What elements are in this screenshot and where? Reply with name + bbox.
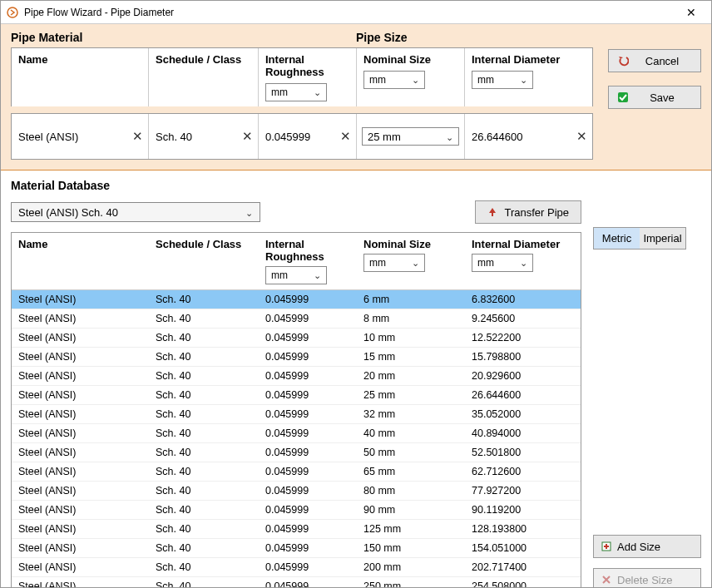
row-name: Steel (ANSI) xyxy=(12,313,149,324)
app-icon xyxy=(6,6,19,19)
material-database-panel: Material Database Steel (ANSI) Sch. 40 T… xyxy=(1,170,711,587)
roughness-unit-select[interactable]: mm xyxy=(265,83,327,101)
metric-toggle[interactable]: Metric xyxy=(594,228,640,249)
table-row[interactable]: Steel (ANSI)Sch. 400.04599915 mm15.79880… xyxy=(12,348,581,367)
table-row[interactable]: Steel (ANSI)Sch. 400.045999150 mm154.051… xyxy=(12,539,581,558)
material-combo[interactable]: Steel (ANSI) Sch. 40 xyxy=(11,202,260,222)
table-row[interactable]: Steel (ANSI)Sch. 400.045999200 mm202.717… xyxy=(12,558,581,577)
undo-icon xyxy=(616,55,630,67)
save-button[interactable]: Save xyxy=(608,86,701,109)
delete-size-button[interactable]: Delete Size xyxy=(593,568,701,587)
table-row[interactable]: Steel (ANSI)Sch. 400.04599910 mm12.52220… xyxy=(12,329,581,348)
row-roughness: 0.045999 xyxy=(259,294,357,305)
row-name: Steel (ANSI) xyxy=(12,427,149,439)
row-nominal: 10 mm xyxy=(357,332,465,343)
row-roughness: 0.045999 xyxy=(259,427,357,439)
row-roughness: 0.045999 xyxy=(259,504,357,516)
transfer-pipe-button[interactable]: Transfer Pipe xyxy=(475,200,581,224)
row-diameter: 26.644600 xyxy=(465,389,581,401)
row-diameter: 62.712600 xyxy=(465,466,581,477)
diameter-unit-select[interactable]: mm xyxy=(472,71,533,89)
check-icon xyxy=(616,91,630,103)
titlebar: Pipe Flow Wizard - Pipe Diameter ✕ xyxy=(1,1,711,24)
row-name: Steel (ANSI) xyxy=(12,408,149,420)
imperial-toggle[interactable]: Imperial xyxy=(640,228,685,249)
row-nominal: 65 mm xyxy=(357,466,465,477)
table-row[interactable]: Steel (ANSI)Sch. 400.04599940 mm40.89400… xyxy=(12,424,581,443)
row-nominal: 80 mm xyxy=(357,485,465,497)
col-name-label: Name xyxy=(18,53,141,67)
row-roughness: 0.045999 xyxy=(259,542,357,554)
body: Pipe Material Pipe Size Name Schedule / … xyxy=(1,24,711,587)
db-col-roughness: Internal Roughness xyxy=(265,238,350,263)
clear-name-icon[interactable]: ✕ xyxy=(132,129,143,144)
row-schedule: Sch. 40 xyxy=(149,542,259,554)
row-schedule: Sch. 40 xyxy=(149,466,259,477)
diameter-field[interactable]: 26.644600 xyxy=(472,131,522,143)
row-roughness: 0.045999 xyxy=(259,466,357,477)
row-schedule: Sch. 40 xyxy=(149,332,259,343)
col-schedule-label: Schedule / Class xyxy=(156,53,251,67)
cancel-button[interactable]: Cancel xyxy=(608,49,701,72)
row-roughness: 0.045999 xyxy=(259,389,357,401)
database-table-header: Name Schedule / Class Internal Roughness… xyxy=(12,233,581,290)
row-name: Steel (ANSI) xyxy=(12,447,149,458)
table-row[interactable]: Steel (ANSI)Sch. 400.04599990 mm90.11920… xyxy=(12,501,581,520)
row-name: Steel (ANSI) xyxy=(12,561,149,573)
database-table-body[interactable]: Steel (ANSI)Sch. 400.0459996 mm6.832600S… xyxy=(12,290,581,587)
table-row[interactable]: Steel (ANSI)Sch. 400.045999250 mm254.508… xyxy=(12,577,581,587)
clear-schedule-icon[interactable]: ✕ xyxy=(242,129,253,144)
unit-toggle-group: Metric Imperial xyxy=(593,227,686,250)
table-row[interactable]: Steel (ANSI)Sch. 400.045999125 mm128.193… xyxy=(12,520,581,539)
table-row[interactable]: Steel (ANSI)Sch. 400.04599965 mm62.71260… xyxy=(12,462,581,482)
row-nominal: 20 mm xyxy=(357,370,465,382)
row-nominal: 125 mm xyxy=(357,523,465,535)
material-database-title: Material Database xyxy=(11,179,581,192)
row-nominal: 15 mm xyxy=(357,351,465,363)
row-schedule: Sch. 40 xyxy=(149,523,259,535)
clear-diameter-icon[interactable]: ✕ xyxy=(576,129,587,144)
table-row[interactable]: Steel (ANSI)Sch. 400.0459996 mm6.832600 xyxy=(12,290,581,309)
row-schedule: Sch. 40 xyxy=(149,561,259,573)
clear-roughness-icon[interactable]: ✕ xyxy=(340,129,351,144)
row-schedule: Sch. 40 xyxy=(149,351,259,363)
table-row[interactable]: Steel (ANSI)Sch. 400.0459998 mm9.245600 xyxy=(12,309,581,329)
db-roughness-unit-select[interactable]: mm xyxy=(265,266,327,284)
row-diameter: 6.832600 xyxy=(465,294,581,305)
row-name: Steel (ANSI) xyxy=(12,332,149,343)
row-name: Steel (ANSI) xyxy=(12,504,149,516)
row-diameter: 254.508000 xyxy=(465,581,581,587)
db-diameter-unit-select[interactable]: mm xyxy=(472,254,533,272)
schedule-field[interactable]: Sch. 40 xyxy=(156,131,192,143)
close-button[interactable]: ✕ xyxy=(676,6,706,19)
row-schedule: Sch. 40 xyxy=(149,389,259,401)
db-nominal-unit-select[interactable]: mm xyxy=(363,254,425,272)
table-row[interactable]: Steel (ANSI)Sch. 400.04599932 mm35.05200… xyxy=(12,405,581,424)
add-size-button[interactable]: Add Size xyxy=(593,535,701,558)
row-roughness: 0.045999 xyxy=(259,370,357,382)
row-roughness: 0.045999 xyxy=(259,313,357,324)
row-diameter: 15.798800 xyxy=(465,351,581,363)
col-roughness-label: Internal Roughness xyxy=(265,53,349,80)
row-name: Steel (ANSI) xyxy=(12,581,149,587)
row-schedule: Sch. 40 xyxy=(149,447,259,458)
svg-point-0 xyxy=(7,7,17,17)
db-col-nominal: Nominal Size xyxy=(363,238,458,250)
material-name-field[interactable]: Steel (ANSI) xyxy=(18,131,78,143)
row-nominal: 150 mm xyxy=(357,542,465,554)
row-nominal: 250 mm xyxy=(357,581,465,587)
table-row[interactable]: Steel (ANSI)Sch. 400.04599980 mm77.92720… xyxy=(12,482,581,501)
nominal-unit-select[interactable]: mm xyxy=(363,71,425,89)
table-row[interactable]: Steel (ANSI)Sch. 400.04599925 mm26.64460… xyxy=(12,386,581,405)
row-nominal: 200 mm xyxy=(357,561,465,573)
row-diameter: 128.193800 xyxy=(465,523,581,535)
row-schedule: Sch. 40 xyxy=(149,294,259,305)
table-row[interactable]: Steel (ANSI)Sch. 400.04599920 mm20.92960… xyxy=(12,367,581,386)
table-row[interactable]: Steel (ANSI)Sch. 400.04599950 mm52.50180… xyxy=(12,443,581,462)
svg-rect-1 xyxy=(618,92,628,102)
row-diameter: 90.119200 xyxy=(465,504,581,516)
row-name: Steel (ANSI) xyxy=(12,485,149,497)
db-col-schedule: Schedule / Class xyxy=(156,238,252,250)
roughness-field[interactable]: 0.045999 xyxy=(265,131,310,143)
nominal-size-select[interactable]: 25 mm xyxy=(362,127,459,146)
